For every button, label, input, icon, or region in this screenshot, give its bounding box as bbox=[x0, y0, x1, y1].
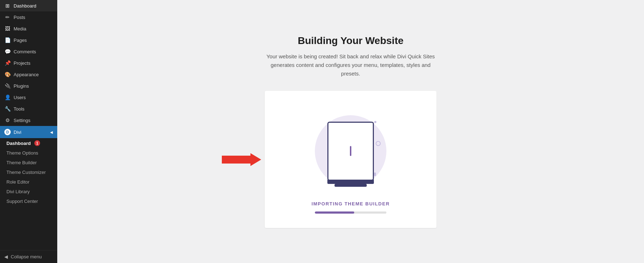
dashboard-badge: 1 bbox=[34, 140, 40, 146]
projects-icon: 📌 bbox=[4, 60, 11, 66]
submenu-support-center-label: Support Center bbox=[6, 199, 38, 204]
sidebar-item-label: Tools bbox=[14, 106, 24, 112]
top-nav: ⊞ Dashboard ✏ Posts 🖼 Media 📄 Pages 💬 Co… bbox=[0, 0, 57, 126]
posts-icon: ✏ bbox=[4, 14, 11, 20]
sidebar-item-pages[interactable]: 📄 Pages bbox=[0, 34, 57, 46]
submenu-divi-library-label: Divi Library bbox=[6, 189, 30, 194]
collapse-icon: ◀ bbox=[4, 254, 8, 259]
sidebar-item-label: Comments bbox=[14, 49, 36, 54]
submenu-theme-customizer-label: Theme Customizer bbox=[6, 170, 46, 175]
submenu-item-theme-builder[interactable]: Theme Builder bbox=[0, 158, 57, 167]
device-stand bbox=[327, 180, 374, 184]
divi-icon: D bbox=[4, 129, 11, 135]
submenu-theme-options-label: Theme Options bbox=[6, 150, 38, 156]
page-title: Building Your Website bbox=[298, 35, 404, 47]
sidebar-item-label: Settings bbox=[14, 118, 30, 123]
sidebar-item-projects[interactable]: 📌 Projects bbox=[0, 57, 57, 69]
appearance-icon: 🎨 bbox=[4, 72, 11, 77]
sidebar-item-tools[interactable]: 🔧 Tools bbox=[0, 103, 57, 115]
chevron-icon: ◀ bbox=[50, 130, 53, 134]
sidebar-item-plugins[interactable]: 🔌 Plugins bbox=[0, 80, 57, 92]
arrow-shaft bbox=[222, 156, 250, 164]
submenu-dashboard-label: Dashboard bbox=[6, 141, 31, 146]
sidebar-item-label: Projects bbox=[14, 60, 30, 66]
sidebar-item-appearance[interactable]: 🎨 Appearance bbox=[0, 69, 57, 80]
sidebar-item-label: Dashboard bbox=[14, 3, 36, 9]
pages-icon: 📄 bbox=[4, 37, 11, 43]
users-icon: 👤 bbox=[4, 94, 11, 100]
device-cursor bbox=[350, 146, 351, 156]
sidebar-item-label: Plugins bbox=[14, 83, 29, 89]
main-content: Building Your Website Your website is be… bbox=[57, 0, 644, 263]
arrow-head bbox=[250, 153, 261, 166]
sidebar-item-users[interactable]: 👤 Users bbox=[0, 92, 57, 103]
progress-fill bbox=[315, 211, 354, 214]
divi-label: Divi bbox=[14, 130, 21, 135]
submenu-item-role-editor[interactable]: Role Editor bbox=[0, 177, 57, 187]
submenu-theme-builder-label: Theme Builder bbox=[6, 160, 37, 165]
deco-dot-1 bbox=[374, 121, 376, 123]
divi-submenu: Dashboard 1 Theme Options Theme Builder … bbox=[0, 138, 57, 206]
collapse-menu-button[interactable]: ◀ Collapse menu bbox=[0, 250, 57, 263]
sidebar-item-label: Users bbox=[14, 95, 26, 100]
media-icon: 🖼 bbox=[4, 26, 11, 31]
submenu-item-dashboard[interactable]: Dashboard 1 bbox=[0, 138, 57, 148]
deco-dot-6 bbox=[374, 174, 376, 176]
submenu-item-theme-customizer[interactable]: Theme Customizer bbox=[0, 167, 57, 177]
deco-circle-1 bbox=[376, 141, 381, 146]
sidebar-item-label: Posts bbox=[14, 15, 25, 20]
tools-icon: 🔧 bbox=[4, 106, 11, 112]
sidebar-item-settings[interactable]: ⚙ Settings bbox=[0, 115, 57, 126]
dashboard-icon: ⊞ bbox=[4, 3, 11, 9]
divi-menu-item[interactable]: D Divi ◀ bbox=[0, 126, 57, 138]
sidebar-item-label: Pages bbox=[14, 38, 27, 43]
submenu-role-editor-label: Role Editor bbox=[6, 179, 29, 185]
divi-section: D Divi ◀ bbox=[0, 126, 57, 138]
building-card: IMPORTING THEME BUILDER bbox=[265, 91, 436, 228]
submenu-item-divi-library[interactable]: Divi Library bbox=[0, 187, 57, 196]
progress-label: IMPORTING THEME BUILDER bbox=[312, 201, 390, 206]
sidebar-item-dashboard[interactable]: ⊞ Dashboard bbox=[0, 0, 57, 11]
settings-icon: ⚙ bbox=[4, 117, 11, 123]
sidebar-item-comments[interactable]: 💬 Comments bbox=[0, 46, 57, 57]
sidebar-item-label: Appearance bbox=[14, 72, 39, 77]
page-subtitle: Your website is being created! Sit back … bbox=[265, 52, 436, 78]
sidebar-item-media[interactable]: 🖼 Media bbox=[0, 23, 57, 34]
device-base bbox=[335, 184, 367, 187]
progress-track bbox=[315, 211, 386, 214]
collapse-label: Collapse menu bbox=[11, 254, 42, 259]
sidebar-item-posts[interactable]: ✏ Posts bbox=[0, 11, 57, 23]
illustration bbox=[308, 108, 394, 194]
sidebar-item-label: Media bbox=[14, 26, 26, 31]
submenu-item-theme-options[interactable]: Theme Options bbox=[0, 148, 57, 158]
device-frame bbox=[327, 122, 374, 181]
red-arrow bbox=[222, 153, 261, 166]
comments-icon: 💬 bbox=[4, 49, 11, 54]
red-arrow-container bbox=[222, 153, 261, 166]
sidebar: ⊞ Dashboard ✏ Posts 🖼 Media 📄 Pages 💬 Co… bbox=[0, 0, 57, 263]
submenu-item-support-center[interactable]: Support Center bbox=[0, 196, 57, 206]
plugins-icon: 🔌 bbox=[4, 83, 11, 89]
